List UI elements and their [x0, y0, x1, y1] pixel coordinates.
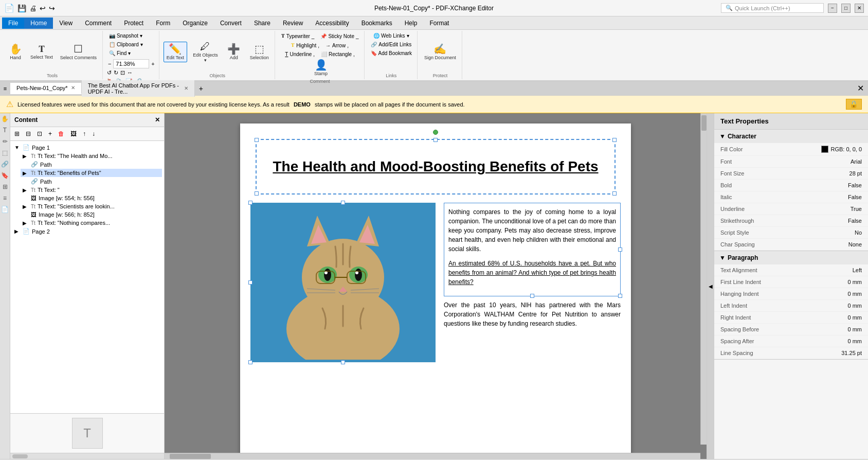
- tab-updf-close[interactable]: ✕: [184, 85, 188, 91]
- new-tab-button[interactable]: +: [195, 82, 207, 95]
- add-bookmark-button[interactable]: 🔖 Add Bookmark: [369, 49, 414, 57]
- quick-access-print[interactable]: 🖨: [29, 4, 37, 12]
- handle-tl[interactable]: [255, 138, 259, 142]
- pdf-scrollbar-h[interactable]: [165, 453, 700, 459]
- tree-page1[interactable]: ▼ 📄 Page 1: [12, 143, 162, 152]
- expand-text4-icon[interactable]: ▶: [23, 204, 29, 209]
- quick-launch-input[interactable]: 🔍 Quick Launch (Ctrl++): [721, 3, 824, 13]
- paragraph-section-header[interactable]: ▼ Paragraph: [714, 251, 868, 264]
- menu-item-accessibility[interactable]: Accessibility: [309, 17, 355, 29]
- tab-updf-document[interactable]: The Best AI Chatbot App For PDFs - UPDF …: [82, 80, 195, 97]
- side-hand-icon[interactable]: ✋: [1, 115, 9, 122]
- text-handle-br[interactable]: [618, 294, 622, 298]
- menu-item-help[interactable]: Help: [399, 17, 424, 29]
- tree-text3[interactable]: ▶ Tt Tt Text: ": [21, 186, 162, 194]
- quick-access-save[interactable]: 💾: [17, 4, 26, 12]
- notification-action-button[interactable]: 🔒: [846, 99, 862, 110]
- side-layers-icon[interactable]: ≡: [3, 194, 7, 202]
- pdf-scrollbar-thumb-v[interactable]: [701, 115, 707, 131]
- arrow-button[interactable]: → Arrow ,: [323, 41, 351, 49]
- rotate-ccw-button[interactable]: ↺: [107, 69, 112, 76]
- find-button[interactable]: 🔍 Find ▾: [107, 49, 133, 57]
- menu-item-convert[interactable]: Convert: [214, 17, 248, 29]
- tree-text4[interactable]: ▶ Tt Tt Text: "Scientists are lookin...: [21, 202, 162, 210]
- pdf-title-selection-box[interactable]: The Health and Mood-Boosting Benefits of…: [256, 139, 616, 194]
- hand-tool-button[interactable]: ✋ Hand: [5, 42, 26, 62]
- tree-img1[interactable]: 🖼 Image [w: 554; h: 556]: [21, 194, 162, 202]
- tree-path2[interactable]: 🔗 Path: [21, 177, 162, 186]
- img-handle-bm[interactable]: [341, 360, 345, 364]
- handle-bl[interactable]: [255, 191, 259, 196]
- expand-text5-icon[interactable]: ▶: [23, 220, 29, 226]
- tab-list-button[interactable]: ≡: [0, 85, 10, 92]
- tree-page2[interactable]: ▶ 📄 Page 2: [12, 227, 162, 236]
- selection-button[interactable]: ⬚ Selection: [247, 42, 272, 62]
- menu-item-protect[interactable]: Protect: [118, 17, 150, 29]
- menu-item-bookmarks[interactable]: Bookmarks: [355, 17, 399, 29]
- pdf-scrollbar-v[interactable]: [700, 113, 707, 445]
- side-pencil-icon[interactable]: ✏: [3, 138, 8, 145]
- zoom-in-button[interactable]: +: [150, 60, 155, 68]
- menu-item-comment[interactable]: Comment: [79, 17, 118, 29]
- content-panel-scrollbar-h[interactable]: [10, 453, 164, 459]
- side-text-icon[interactable]: T: [3, 127, 7, 134]
- content-tool-add[interactable]: +: [46, 129, 54, 138]
- content-panel-close[interactable]: ✕: [155, 116, 160, 123]
- text-handle-bm[interactable]: [530, 294, 534, 298]
- pdf-text-selection[interactable]: Nothing compares to the joy of coming ho…: [444, 203, 621, 296]
- clipboard-button[interactable]: 📋 Clipboard ▾: [107, 41, 145, 48]
- side-grid-icon[interactable]: ⊞: [3, 183, 8, 190]
- menu-item-organize[interactable]: Organize: [176, 17, 214, 29]
- pdf-scrollbar-thumb-h[interactable]: [170, 454, 211, 459]
- stamp-button[interactable]: 👤 Stamp: [281, 58, 361, 78]
- sticky-note-button[interactable]: 📌 Sticky Note _: [318, 32, 360, 40]
- typewriter-button[interactable]: 𝐓 Typewriter _: [279, 32, 317, 40]
- character-section-header[interactable]: ▼ Character: [714, 130, 868, 143]
- content-tool-image[interactable]: 🖼: [68, 129, 79, 138]
- expand-text2-icon[interactable]: ▶: [23, 170, 29, 176]
- quick-access-undo[interactable]: ↩: [40, 4, 46, 12]
- expand-page2-icon[interactable]: ▶: [14, 228, 21, 234]
- sign-document-button[interactable]: ✍ Sign Document: [422, 42, 459, 62]
- side-doc-icon[interactable]: 📄: [1, 206, 9, 213]
- rotate-handle[interactable]: [433, 130, 438, 135]
- close-all-tabs-button[interactable]: ✕: [853, 81, 868, 95]
- content-tool-delete[interactable]: 🗑: [56, 129, 66, 138]
- menu-item-view[interactable]: View: [53, 17, 79, 29]
- content-tool-expand[interactable]: ⊞: [12, 129, 22, 138]
- text-handle-mr[interactable]: [618, 247, 622, 252]
- menu-item-review[interactable]: Review: [277, 17, 309, 29]
- close-button[interactable]: ✕: [855, 4, 864, 13]
- scrollbar-thumb-h[interactable]: [12, 454, 28, 458]
- menu-item-form[interactable]: Form: [150, 17, 176, 29]
- zoom-out-button[interactable]: −: [107, 60, 112, 68]
- tab-pets-document[interactable]: Pets-New-01_Copy* ✕: [10, 83, 82, 94]
- fit-page-button[interactable]: ⊡: [120, 69, 125, 76]
- tree-text5[interactable]: ▶ Tt Tt Text: "Nothing compares...: [21, 219, 162, 227]
- content-tool-group[interactable]: ⊡: [35, 129, 44, 138]
- pdf-viewer[interactable]: The Health and Mood-Boosting Benefits of…: [165, 113, 707, 459]
- select-comments-button[interactable]: ☐ Select Comments: [58, 42, 99, 62]
- img-handle-ml[interactable]: [248, 280, 252, 285]
- rectangle-button[interactable]: ⬜ Rectangle ,: [319, 50, 357, 58]
- content-tool-move-down[interactable]: ↓: [90, 129, 97, 138]
- side-bookmark-icon[interactable]: 🔖: [1, 172, 9, 179]
- content-tool-move-up[interactable]: ↑: [81, 129, 88, 138]
- handle-br[interactable]: [612, 191, 617, 196]
- fill-color-swatch[interactable]: [821, 146, 828, 153]
- minimize-button[interactable]: −: [828, 4, 837, 13]
- tree-path1[interactable]: 🔗 Path: [21, 160, 162, 169]
- quick-access-redo[interactable]: ↪: [49, 4, 55, 12]
- handle-tr[interactable]: [612, 138, 617, 142]
- maximize-button[interactable]: □: [841, 4, 851, 13]
- img-handle-tm[interactable]: [341, 201, 345, 205]
- side-shapes-icon[interactable]: ⬚: [2, 149, 8, 156]
- menu-item-home[interactable]: Home: [24, 17, 53, 29]
- side-link-icon[interactable]: 🔗: [1, 161, 9, 168]
- menu-item-file[interactable]: File: [2, 17, 24, 29]
- tab-pets-close[interactable]: ✕: [71, 85, 75, 91]
- add-button[interactable]: ➕ Add: [224, 42, 244, 62]
- expand-text3-icon[interactable]: ▶: [23, 187, 29, 193]
- img-handle-tl[interactable]: [248, 201, 252, 205]
- snapshot-button[interactable]: 📷 Snapshot ▾: [107, 32, 144, 40]
